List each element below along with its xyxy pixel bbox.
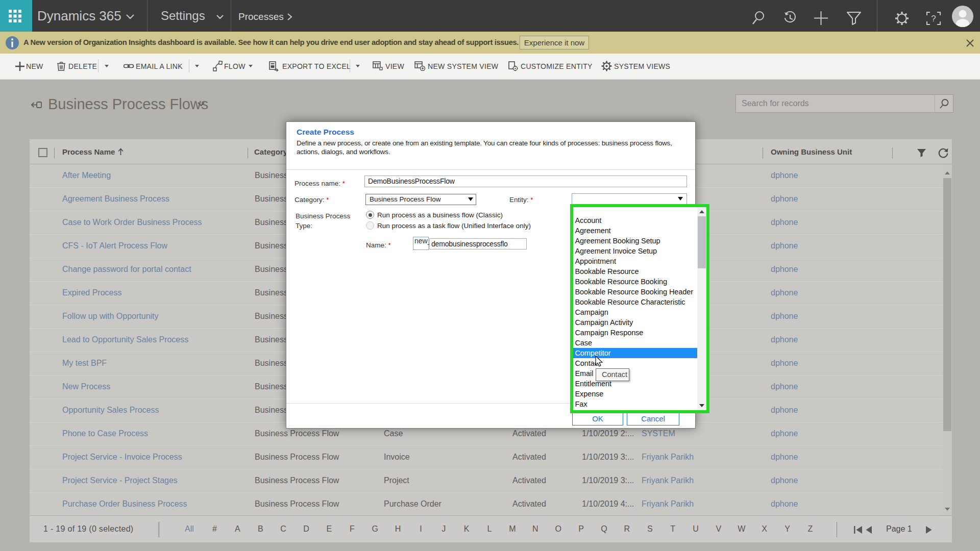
svg-text:?: ? bbox=[931, 14, 936, 23]
